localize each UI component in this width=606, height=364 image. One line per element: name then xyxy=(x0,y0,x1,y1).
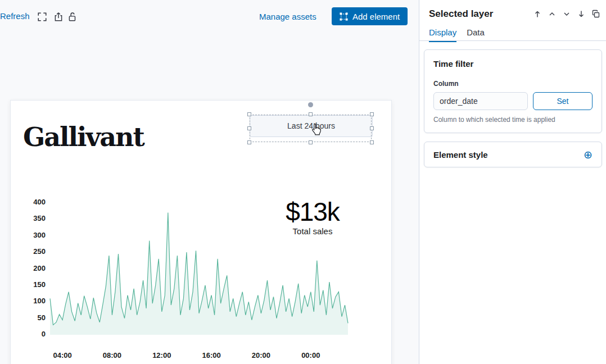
y-axis-label: 350 xyxy=(19,214,46,224)
unlock-icon[interactable] xyxy=(67,12,78,22)
resize-handle[interactable] xyxy=(247,112,251,116)
x-axis-label: 00:00 xyxy=(296,351,325,360)
resize-handle[interactable] xyxy=(247,140,251,144)
y-axis-label: 50 xyxy=(19,313,46,324)
resize-handle[interactable] xyxy=(309,112,313,116)
export-icon[interactable] xyxy=(53,12,64,22)
move-layer-up-icon[interactable] xyxy=(548,10,557,19)
y-axis-label: 200 xyxy=(19,264,46,274)
refresh-button[interactable]: Refresh xyxy=(0,11,30,21)
selected-layer-panel: Selected layer Display Data Time filter … xyxy=(419,0,606,364)
gallivant-logo[interactable]: Gallivant xyxy=(23,122,144,152)
y-axis-label: 300 xyxy=(19,231,46,241)
element-style-card[interactable]: Element style ⊕ xyxy=(424,142,602,167)
canvas-workspace: Refresh Manage assets Add element Galliv… xyxy=(0,0,419,364)
y-axis-label: 400 xyxy=(19,198,46,208)
x-axis-label: 20:00 xyxy=(246,351,275,360)
resize-handle[interactable] xyxy=(370,112,374,116)
column-label: Column xyxy=(433,80,593,88)
add-element-button[interactable]: Add element xyxy=(332,7,408,25)
layer-order-controls xyxy=(533,10,600,19)
resize-handle[interactable] xyxy=(370,140,374,144)
x-axis-label: 16:00 xyxy=(197,351,226,360)
manage-assets-button[interactable]: Manage assets xyxy=(259,12,316,21)
selected-element-time-filter[interactable]: Last 24 hours xyxy=(250,115,372,142)
time-filter-title: Time filter xyxy=(433,59,593,69)
column-helper-text: Column to which selected time is applied xyxy=(433,116,593,124)
sales-area-chart[interactable] xyxy=(50,203,348,335)
x-axis-label: 08:00 xyxy=(97,351,126,360)
resize-handle[interactable] xyxy=(309,140,313,144)
element-style-title: Element style xyxy=(433,150,488,160)
x-axis-label: 04:00 xyxy=(48,351,77,360)
y-axis-label: 150 xyxy=(19,280,46,290)
x-axis-label: 12:00 xyxy=(147,351,177,360)
move-layer-to-top-icon[interactable] xyxy=(533,10,542,19)
column-input[interactable] xyxy=(433,92,528,110)
duplicate-layer-icon[interactable] xyxy=(591,10,600,19)
set-button[interactable]: Set xyxy=(533,92,593,110)
fullscreen-icon[interactable] xyxy=(37,12,47,22)
rotate-handle[interactable] xyxy=(308,102,313,107)
move-layer-to-bottom-icon[interactable] xyxy=(577,10,586,19)
tabs-divider xyxy=(419,40,606,41)
resize-handle[interactable] xyxy=(247,126,251,130)
y-axis-label: 100 xyxy=(19,297,46,307)
resize-handle[interactable] xyxy=(370,126,374,130)
y-axis-label: 250 xyxy=(19,247,46,257)
expand-element-style-icon[interactable]: ⊕ xyxy=(584,149,593,160)
move-layer-down-icon[interactable] xyxy=(562,10,571,19)
add-element-icon xyxy=(340,12,348,21)
selection-outline xyxy=(250,115,372,142)
workpad-page[interactable]: Gallivant Last 24 hours $13k Total sales… xyxy=(10,100,392,364)
panel-title: Selected layer xyxy=(429,8,493,20)
y-axis-label: 0 xyxy=(19,330,46,340)
add-element-label: Add element xyxy=(352,12,400,21)
time-filter-card: Time filter Column Set Column to which s… xyxy=(424,49,602,133)
